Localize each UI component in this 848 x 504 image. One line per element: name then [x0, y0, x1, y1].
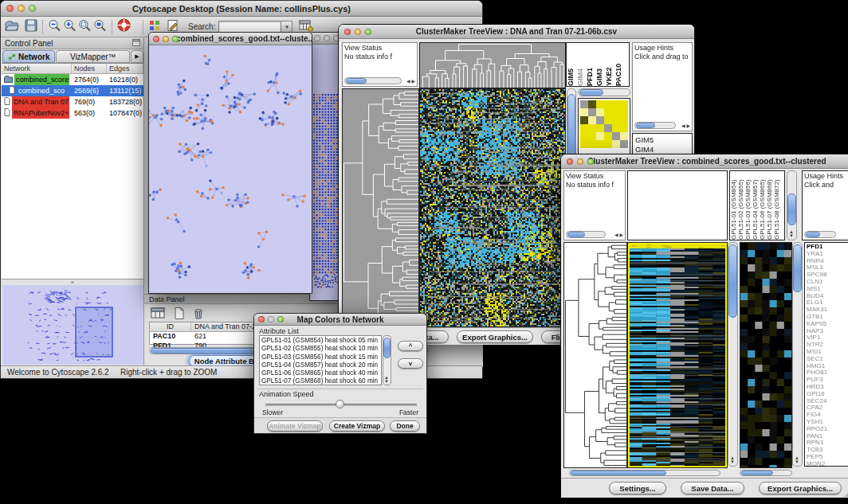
gene-label[interactable]: RNR4 — [807, 258, 848, 265]
column-label[interactable]: GPL51-08 (GSM872) — [773, 171, 780, 240]
usage-hints-scrollbar[interactable] — [804, 231, 836, 238]
settings-button[interactable]: Settings... — [609, 482, 666, 494]
search-dropdown-arrow-icon[interactable]: ▼ — [281, 21, 292, 33]
attribute-item[interactable]: GPL51-02 (GSM855) heat shock 10 min — [261, 345, 379, 353]
tab-network[interactable]: Network — [2, 50, 55, 63]
column-label[interactable]: GIM4 — [576, 43, 586, 86]
new-attribute-icon[interactable] — [173, 307, 186, 323]
gene-label[interactable]: HAP3 — [807, 328, 848, 335]
search-input[interactable] — [218, 21, 281, 33]
panel-splitter[interactable] — [2, 279, 143, 284]
attribute-item[interactable]: GPL51-01 (GSM854) heat shock 05 min — [261, 337, 379, 345]
heatmap-vscrollbar[interactable]: ▲▼ — [728, 242, 738, 467]
main-titlebar[interactable]: Cytoscape Desktop (Session Name: collins… — [1, 1, 482, 17]
zoom-button[interactable] — [277, 316, 284, 322]
column-label[interactable]: GIM3 — [595, 43, 605, 86]
view-status-scrollbar[interactable] — [566, 231, 606, 238]
gene-label[interactable]: SEC24 — [807, 398, 848, 405]
select-attributes-icon[interactable] — [151, 307, 167, 323]
gene-label[interactable]: BUD4 — [807, 293, 848, 300]
minimize-button[interactable] — [324, 35, 330, 41]
zoom-button[interactable] — [172, 36, 179, 42]
column-label[interactable]: GPL51-04 (GSM857) — [752, 171, 759, 240]
gene-label[interactable]: MON2 — [807, 461, 848, 467]
animate-vizmap-button[interactable]: Animate Vizmap — [267, 420, 323, 432]
heatmap-global-canvas[interactable] — [419, 88, 566, 327]
usage-hints-scrollbar[interactable] — [634, 122, 676, 129]
animation-speed-slider[interactable] — [265, 404, 417, 406]
column-label[interactable]: GPL51-02 (GSM855) — [737, 171, 744, 240]
network-table-row[interactable]: combined_scores2764(0)16218(0) — [2, 74, 143, 85]
row-dendrogram-canvas[interactable] — [563, 242, 627, 468]
scroll-arrows-icon[interactable]: ◀ ▶ — [614, 233, 623, 237]
column-label[interactable]: GPL51-01 (GSM854) — [730, 171, 737, 240]
gene-label[interactable]: RPO21 — [807, 426, 848, 433]
zoomview-vscrollbar[interactable]: ▲▼ — [792, 242, 803, 467]
gene-label[interactable]: HMG1 — [807, 363, 848, 370]
column-label[interactable]: GIM5 — [567, 43, 576, 86]
column-label[interactable]: GPL51-03 (GSM856) — [744, 171, 752, 240]
labels-vscrollbar[interactable]: ▲▼ — [787, 170, 797, 240]
gene-label[interactable]: MSI1 — [807, 349, 848, 356]
minimize-button[interactable] — [577, 158, 583, 165]
zoom-out-icon[interactable] — [47, 18, 62, 36]
row-dendrogram-canvas[interactable] — [342, 88, 419, 327]
close-button[interactable] — [258, 316, 265, 322]
column-dendrogram-canvas[interactable] — [419, 42, 566, 88]
gene-label[interactable]: RPN1 — [807, 440, 848, 447]
birdseye-overview-canvas[interactable] — [2, 285, 143, 365]
heatmap-zoom-canvas[interactable] — [740, 242, 792, 468]
gene-label[interactable]: PAN1 — [807, 433, 848, 440]
done-button[interactable]: Done — [390, 420, 420, 432]
scroll-arrows-icon[interactable]: ◀ ▶ — [681, 124, 690, 128]
gene-label[interactable]: TCB3 — [807, 447, 848, 454]
gene-label[interactable]: PFD1 — [807, 244, 848, 251]
heatmap-zoom-canvas[interactable] — [580, 100, 628, 148]
resize-grip[interactable] — [844, 489, 848, 497]
attribute-item[interactable]: GPL51-06 (GSM865) heat shock 40 min — [261, 369, 379, 377]
gene-label[interactable]: PUF3 — [807, 377, 848, 384]
zoom-button[interactable] — [365, 29, 371, 35]
export-graphics-button[interactable]: Export Graphics... — [457, 330, 533, 343]
minimize-button[interactable] — [355, 29, 361, 35]
zoomview-hscrollbar[interactable] — [578, 88, 630, 96]
network-table-row[interactable]: combined_sco2569(6)13112(15) — [2, 85, 143, 96]
gene-label[interactable]: CPA2 — [807, 404, 848, 412]
gene-label[interactable]: PEP5 — [807, 454, 848, 461]
gene-label[interactable]: SEC1 — [807, 356, 848, 363]
column-tree-area[interactable] — [627, 170, 728, 240]
column-label[interactable]: GPL51-07 (GSM868) — [766, 171, 773, 240]
create-vizmap-button[interactable]: Create Vizmap — [329, 420, 385, 432]
save-data-button[interactable]: Save Data... — [681, 482, 744, 494]
gene-label[interactable]: CLN1 — [807, 279, 848, 286]
column-label[interactable]: PFD1 — [586, 43, 595, 86]
delete-attribute-icon[interactable] — [192, 307, 205, 323]
gene-label[interactable]: MAK31 — [807, 307, 848, 314]
move-up-button[interactable]: ^ — [398, 341, 423, 351]
gene-label[interactable]: PHO81 — [807, 369, 848, 377]
network-canvas-1[interactable] — [149, 45, 312, 293]
gene-label[interactable]: NTR2 — [807, 342, 848, 349]
minimize-button[interactable] — [18, 5, 25, 12]
close-button[interactable] — [567, 158, 573, 165]
gene-label[interactable]: ELG1 — [807, 299, 848, 307]
heatmap-global-canvas[interactable] — [627, 242, 728, 468]
column-label[interactable]: PAC10 — [614, 43, 624, 86]
network-table-row[interactable]: RNAPuberNov2+l563(0)107847(0) — [2, 107, 143, 119]
minimize-button[interactable] — [268, 316, 274, 322]
attribute-list-scrollbar[interactable]: ▲▼ — [383, 335, 391, 385]
move-down-button[interactable]: v — [398, 358, 423, 369]
zoom-selected-icon[interactable] — [77, 18, 92, 36]
gene-label[interactable]: NIS1 — [807, 286, 848, 293]
float-panel-icon[interactable] — [132, 39, 140, 48]
zoom-in-icon[interactable] — [62, 18, 77, 36]
save-icon[interactable] — [24, 18, 38, 36]
gene-label[interactable]: YRA1 — [807, 251, 848, 258]
export-graphics-button[interactable]: Export Graphics... — [759, 482, 842, 494]
search-combobox[interactable]: ▼ — [218, 21, 292, 33]
bottom-hscrollbar-2[interactable] — [740, 470, 792, 476]
attribute-item[interactable]: GPL51-07 (GSM868) heat shock 60 min — [261, 377, 379, 385]
gene-label[interactable]: HRD3 — [807, 384, 848, 391]
help-lifering-icon[interactable] — [116, 18, 132, 36]
column-label[interactable]: YKE2 — [605, 43, 614, 86]
